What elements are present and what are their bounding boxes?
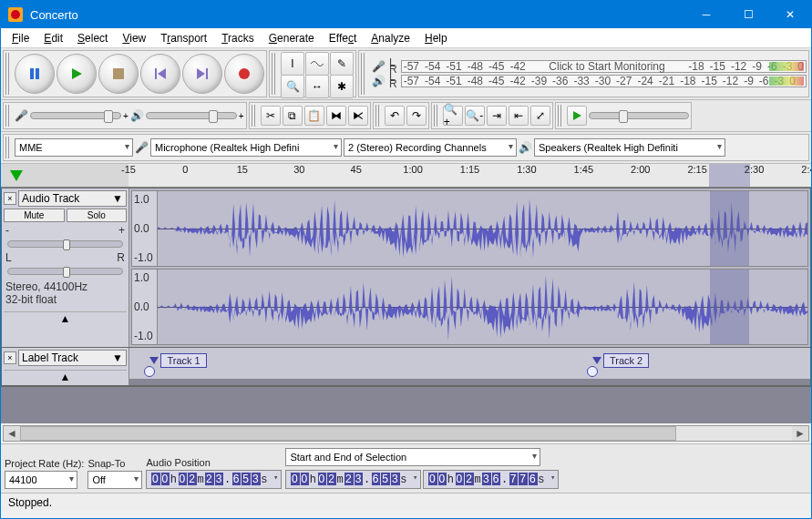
playback-device-dropdown[interactable]: Speakers (Realtek High Definiti xyxy=(534,138,725,157)
zoom-tool[interactable]: 🔍 xyxy=(281,75,304,98)
skip-end-button[interactable] xyxy=(182,54,222,94)
ruler-tick: 2:15 xyxy=(687,164,706,175)
ruler-tick: 0 xyxy=(182,164,188,175)
playhead-icon[interactable] xyxy=(10,170,23,181)
menu-file[interactable]: File xyxy=(5,30,36,46)
speaker-icon[interactable]: 🔊 xyxy=(372,75,385,87)
play-at-speed-button[interactable] xyxy=(567,106,587,126)
audio-host-dropdown[interactable]: MME xyxy=(15,138,133,157)
zoom-in-button[interactable]: 🔍+ xyxy=(443,106,463,126)
track-collapse-button[interactable]: ▲ xyxy=(4,370,127,383)
playback-speed-slider[interactable] xyxy=(589,112,689,119)
playback-volume-slider[interactable] xyxy=(146,112,237,119)
toolbar-grip[interactable] xyxy=(5,53,11,95)
pause-button[interactable] xyxy=(15,54,55,94)
mute-button[interactable]: Mute xyxy=(4,209,65,222)
menu-select[interactable]: Select xyxy=(70,30,115,46)
recording-level-meter[interactable]: -57-54-51-48-45-42 Click to Start Monito… xyxy=(401,60,807,73)
menu-help[interactable]: Help xyxy=(417,30,455,46)
track-menu-button[interactable]: Audio Track▼ xyxy=(18,190,127,207)
horizontal-scrollbar[interactable]: ◄ ► xyxy=(3,425,809,442)
toolbar-grip[interactable] xyxy=(252,105,257,127)
paste-button[interactable]: 📋 xyxy=(304,106,324,126)
menu-analyze[interactable]: Analyze xyxy=(364,30,417,46)
menu-edit[interactable]: Edit xyxy=(36,30,70,46)
selection-mode-dropdown[interactable]: Start and End of Selection xyxy=(285,448,540,466)
ruler-tick: 30 xyxy=(293,164,304,175)
app-logo xyxy=(8,7,23,22)
silence-button[interactable]: ⧔ xyxy=(348,106,368,126)
track-collapse-button[interactable]: ▲ xyxy=(4,311,127,325)
snap-to-dropdown[interactable]: Off xyxy=(87,471,142,489)
audio-position-field[interactable]: 00h02m23.653s xyxy=(146,470,282,489)
label-track-body[interactable]: Track 1Track 2 xyxy=(129,348,810,379)
toolbar-grip[interactable] xyxy=(5,105,11,127)
fit-project-button[interactable]: ⇤ xyxy=(509,106,529,126)
ruler-tick: 1:15 xyxy=(460,164,479,175)
track-close-button[interactable]: × xyxy=(4,351,16,364)
track-close-button[interactable]: × xyxy=(4,192,16,205)
toolbar-grip[interactable] xyxy=(361,53,366,95)
toolbar-grip[interactable] xyxy=(5,137,11,158)
multi-tool[interactable]: ✱ xyxy=(330,75,354,98)
fit-selection-button[interactable]: ⇥ xyxy=(487,106,507,126)
toolbar-grip[interactable] xyxy=(375,105,381,127)
envelope-tool[interactable] xyxy=(305,52,329,76)
undo-button[interactable]: ↶ xyxy=(385,106,405,126)
snap-to-label: Snap-To xyxy=(87,458,142,469)
trim-button[interactable]: ⧓ xyxy=(326,106,346,126)
svg-rect-1 xyxy=(36,68,39,79)
label-marker[interactable]: Track 1 xyxy=(149,353,206,368)
tools-toolbar: I ✎ 🔍 ↔ ✱ xyxy=(269,50,356,97)
scroll-left-button[interactable]: ◄ xyxy=(4,427,20,440)
status-text: Stopped. xyxy=(8,496,52,509)
label-marker[interactable]: Track 2 xyxy=(592,353,649,368)
skip-start-button[interactable] xyxy=(140,54,180,94)
pan-slider[interactable] xyxy=(7,268,123,275)
selection-end-field[interactable]: 00h02m36.776s xyxy=(423,470,559,489)
recording-volume-slider[interactable] xyxy=(30,112,121,119)
redo-button[interactable]: ↷ xyxy=(406,106,427,126)
close-button[interactable]: ✕ xyxy=(769,1,811,28)
timeline-ruler[interactable]: -1501530451:001:151:301:452:002:152:302:… xyxy=(128,164,811,187)
selection-toolbar: Project Rate (Hz): 44100 Snap-To Off Aud… xyxy=(1,443,811,493)
cut-button[interactable]: ✂ xyxy=(261,106,281,126)
playback-level-meter[interactable]: -57-54-51-48-45-42-39-36-33-30-27-24-21-… xyxy=(401,75,807,87)
zoom-toggle-button[interactable]: ⤢ xyxy=(530,106,550,126)
audio-track: × Audio Track▼ Mute Solo -+ LR Stereo, 4… xyxy=(2,188,810,348)
record-button[interactable] xyxy=(224,54,264,94)
track-menu-button[interactable]: Label Track▼ xyxy=(18,350,127,366)
menu-tracks[interactable]: Tracks xyxy=(214,30,262,46)
selection-tool[interactable]: I xyxy=(281,52,304,76)
waveform-right-channel[interactable]: 1.00.0-1.0 xyxy=(131,269,808,345)
play-button[interactable] xyxy=(57,54,97,94)
maximize-button[interactable]: ☐ xyxy=(727,1,769,28)
copy-button[interactable]: ⧉ xyxy=(283,106,303,126)
scroll-right-button[interactable]: ► xyxy=(792,427,808,440)
mic-icon[interactable]: 🎤 xyxy=(372,60,385,73)
zoom-out-button[interactable]: 🔍- xyxy=(465,106,485,126)
menu-effect[interactable]: Effect xyxy=(322,30,364,46)
draw-tool[interactable]: ✎ xyxy=(330,52,354,76)
svg-rect-7 xyxy=(206,68,208,79)
recording-channels-dropdown[interactable]: 2 (Stereo) Recording Channels xyxy=(344,138,517,157)
menu-view[interactable]: View xyxy=(115,30,153,46)
recording-device-dropdown[interactable]: Microphone (Realtek High Defini xyxy=(150,138,342,157)
toolbar-grip[interactable] xyxy=(558,105,563,127)
ruler-tick: 45 xyxy=(351,164,362,175)
toolbar-grip[interactable] xyxy=(272,53,277,95)
timeshift-tool[interactable]: ↔ xyxy=(305,75,329,98)
play-at-speed-toolbar xyxy=(555,102,692,129)
ruler-tick: -15 xyxy=(121,164,136,175)
menu-generate[interactable]: Generate xyxy=(262,30,322,46)
toolbar-grip[interactable] xyxy=(434,105,439,127)
status-bar: Stopped. xyxy=(1,493,811,511)
minimize-button[interactable]: ─ xyxy=(685,1,727,28)
selection-start-field[interactable]: 00h02m23.653s xyxy=(285,470,421,489)
menu-transport[interactable]: Transport xyxy=(153,30,214,46)
project-rate-dropdown[interactable]: 44100 xyxy=(5,471,77,489)
solo-button[interactable]: Solo xyxy=(67,209,128,222)
waveform-left-channel[interactable]: 1.00.0-1.0 xyxy=(131,190,808,267)
gain-slider[interactable] xyxy=(7,240,123,248)
stop-button[interactable] xyxy=(98,54,139,94)
